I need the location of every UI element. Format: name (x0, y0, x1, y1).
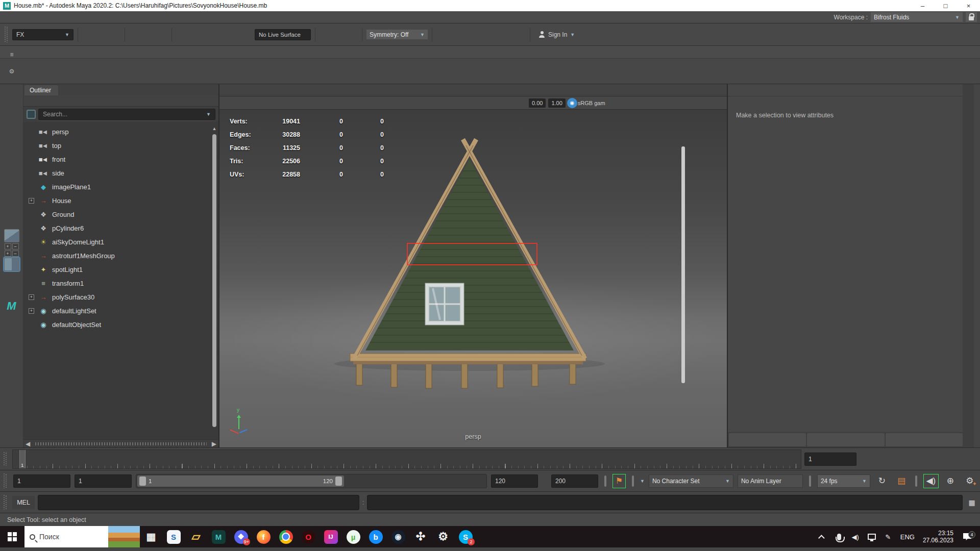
workspace-selector[interactable]: Bifrost Fluids▼ (871, 12, 963, 22)
script-editor-icon[interactable]: ▦ (966, 497, 978, 508)
viewport-scrollbar[interactable] (681, 146, 685, 383)
outliner-item[interactable]: ■◄ top (23, 139, 218, 153)
shelf-tab[interactable] (121, 54, 134, 58)
command-input[interactable] (38, 495, 359, 510)
evaluation-mode-icon[interactable]: ⊕ (943, 474, 958, 488)
pen-icon[interactable]: ✎ (881, 530, 895, 544)
shelf-tab[interactable] (48, 54, 60, 58)
expand-icon[interactable]: + (29, 308, 34, 314)
menu-set-selector[interactable]: FX▼ (12, 29, 74, 40)
outliner-item[interactable]: ◉ defaultObjectSet (23, 318, 218, 332)
outliner-filter-icon[interactable] (27, 110, 36, 119)
shelf-tab[interactable] (109, 54, 121, 58)
live-surface-field[interactable]: No Live Surface (255, 29, 311, 40)
playback-end-field[interactable]: 120 (491, 474, 538, 488)
animation-preferences-icon[interactable]: ⚙✦ (962, 474, 977, 488)
clock[interactable]: 23:15 27.06.2023 (920, 530, 957, 544)
language-indicator[interactable]: ENG (897, 533, 918, 541)
playblast-icon[interactable]: ▤ (894, 474, 909, 488)
playback-loop-icon[interactable]: ↻ (874, 474, 890, 488)
sign-in-button[interactable]: Sign In ▼ (534, 31, 579, 38)
outliner-item[interactable]: ■◄ side (23, 166, 218, 180)
close-button[interactable]: × (957, 0, 980, 11)
speaker-icon[interactable]: ◀) (848, 530, 863, 544)
range-slider-groove[interactable]: 1 120 (136, 474, 487, 488)
outliner-vertical-scrollbar[interactable]: ▲ (211, 126, 217, 427)
scroll-up-icon[interactable]: ▲ (211, 126, 217, 131)
range-start-handle[interactable] (139, 477, 146, 486)
layout-current-button[interactable] (4, 258, 19, 271)
shelf-tab[interactable] (134, 54, 146, 58)
outliner-item[interactable]: ☀ aiSkyDomeLight1 (23, 235, 218, 249)
shelf-tab[interactable] (146, 54, 158, 58)
shelf-tab[interactable] (72, 54, 85, 58)
layout-single-pane-button[interactable] (4, 229, 19, 242)
audio-mute-icon[interactable]: ◀) (923, 474, 939, 488)
attribute-editor-button[interactable] (729, 433, 806, 446)
start-button[interactable] (0, 526, 24, 547)
outliner-item[interactable]: + ◉ defaultLightSet (23, 304, 218, 318)
shelf-tab[interactable] (158, 54, 170, 58)
outliner-item[interactable]: ■◄ persp (23, 125, 218, 139)
outliner-item[interactable]: ■◄ front (23, 153, 218, 166)
taskbar-search-input[interactable]: Поиск (24, 526, 140, 547)
shelf-tab[interactable] (85, 54, 97, 58)
outliner-item[interactable]: → astroturf1MeshGroup (23, 249, 218, 263)
outliner-horizontal-scrollbar[interactable]: ◀ ▶ (23, 439, 218, 447)
outliner-item[interactable]: + → House (23, 194, 218, 208)
outliner-tab[interactable]: Outliner (24, 85, 58, 95)
viewport-scene[interactable]: Verts:1904100 Edges:3028800 Faces:113250… (219, 110, 727, 447)
animation-start-field[interactable]: 1 (13, 474, 70, 488)
character-set-selector[interactable]: No Character Set▼ (649, 474, 733, 488)
attribute-editor-button[interactable] (886, 433, 963, 446)
drag-handle[interactable] (4, 495, 8, 510)
microphone-icon[interactable] (832, 530, 846, 544)
drag-handle[interactable] (4, 452, 8, 466)
command-result-field[interactable] (367, 495, 963, 510)
fps-selector[interactable]: 24 fps▼ (817, 474, 870, 488)
shelf-gear-icon[interactable]: ⚙ (0, 68, 23, 75)
chevron-down-icon[interactable]: ▼ (640, 479, 645, 484)
shelf-tab[interactable] (97, 54, 109, 58)
animation-end-field[interactable]: 200 (551, 474, 598, 488)
outliner-item[interactable]: ❖ Ground (23, 208, 218, 221)
pane-add-button-2[interactable]: + (5, 251, 11, 257)
workspace-lock-button[interactable] (966, 12, 977, 22)
symmetry-selector[interactable]: Symmetry: Off▼ (366, 30, 428, 39)
current-frame-field[interactable]: 1 (804, 453, 856, 466)
shelf-tab[interactable] (170, 54, 183, 58)
shelf-tab[interactable] (183, 54, 195, 58)
color-management-icon[interactable]: ◉ (567, 98, 577, 108)
viewport-panel[interactable]: 0.00 1.00 ◉ sRGB gam (219, 84, 727, 447)
anim-layer-selector[interactable]: No Anim Layer (738, 474, 803, 488)
pane-add-button[interactable]: + (5, 243, 11, 249)
time-ruler[interactable]: 1 (12, 449, 801, 469)
maximize-button[interactable]: □ (934, 0, 957, 11)
shelf-tab[interactable] (60, 54, 72, 58)
playback-start-field[interactable]: 1 (75, 474, 132, 488)
command-language-button[interactable]: MEL (12, 496, 35, 509)
tray-expand-icon[interactable] (816, 530, 830, 544)
shelf-tab[interactable] (23, 54, 36, 58)
outliner-item[interactable]: + → polySurface30 (23, 290, 218, 304)
outliner-item[interactable]: ≡ transform1 (23, 277, 218, 290)
shelf-menu-icon[interactable]: ≡ (0, 51, 23, 58)
gamma-field[interactable]: 1.00 (548, 98, 565, 108)
expand-icon[interactable]: + (29, 198, 34, 204)
network-icon[interactable] (865, 530, 879, 544)
expand-icon[interactable]: + (29, 294, 34, 300)
outliner-item[interactable]: ❖ pCylinder6 (23, 221, 218, 235)
outliner-item[interactable]: ◆ imagePlane1 (23, 180, 218, 194)
outliner-search-input[interactable]: Search... ▼ (38, 109, 215, 120)
pane-remove-button-2[interactable]: – (12, 251, 19, 257)
outliner-item[interactable]: ✦ spotLight1 (23, 263, 218, 277)
range-end-handle[interactable] (335, 477, 342, 486)
drag-handle[interactable] (4, 473, 8, 488)
playback-range-bar[interactable]: 1 120 (137, 475, 344, 487)
scroll-left-icon[interactable]: ◀ (23, 440, 32, 447)
pane-remove-button[interactable]: – (12, 243, 19, 249)
shelf-tab[interactable] (36, 54, 48, 58)
exposure-field[interactable]: 0.00 (529, 98, 546, 108)
create-bookmark-button[interactable]: ⚑ (612, 474, 626, 488)
search-highlight-image[interactable] (108, 526, 140, 547)
